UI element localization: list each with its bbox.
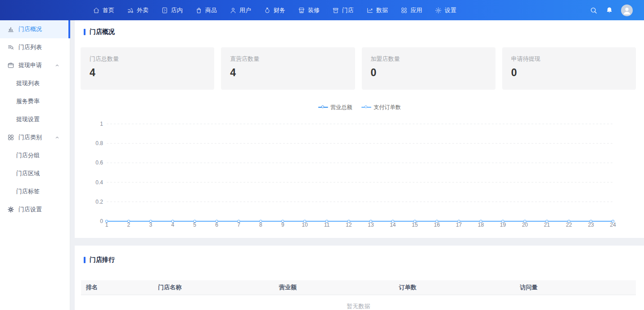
stat-card-direct-stores: 直营店数量4	[221, 47, 355, 90]
decorate-icon	[298, 7, 305, 14]
legend-item[interactable]: 营业总额	[318, 104, 352, 111]
trend-chart-svg: 00.20.40.60.8112345678910111213141516171…	[75, 115, 644, 230]
sidebar-item-withdraw-settings[interactable]: 提现设置	[0, 110, 70, 128]
sidebar-item-store-settings[interactable]: 门店设置	[0, 201, 70, 219]
legend-marker	[318, 107, 328, 108]
sidebar-item-label: 提现申请	[18, 61, 42, 69]
svg-text:12: 12	[346, 222, 352, 228]
stat-card-label: 直营店数量	[230, 55, 346, 63]
main-content: 门店概况 门店总数量4直营店数量4加盟店数量0申请待提现0 营业总额支付订单数 …	[70, 20, 644, 310]
legend-label: 营业总额	[331, 104, 352, 111]
sidebar-item-label: 门店类别	[18, 133, 42, 141]
nav-item-home[interactable]: 首页	[93, 6, 114, 14]
sidebar-item-withdraw[interactable]: 提现申请	[0, 56, 70, 74]
sidebar-item-label: 门店标签	[16, 187, 40, 196]
nav-item-settings[interactable]: 设置	[435, 6, 456, 14]
svg-text:6: 6	[215, 222, 218, 228]
sidebar: 门店概况门店列表提现申请提现列表服务费率提现设置门店类别门店分组门店区域门店标签…	[0, 20, 70, 310]
sidebar-item-service-rate[interactable]: 服务费率	[0, 92, 70, 110]
user-avatar[interactable]	[621, 5, 633, 16]
sidebar-item-label: 服务费率	[16, 97, 40, 105]
svg-text:22: 22	[566, 222, 572, 228]
ranking-panel: 门店排行 排名门店名称营业额订单数访问量 暂无数据	[75, 246, 644, 310]
stat-card-label: 申请待提现	[511, 55, 627, 63]
nav-item-label: 应用	[410, 6, 422, 14]
legend-marker	[361, 107, 371, 108]
nav-item-decorate[interactable]: 装修	[298, 6, 320, 14]
stat-card-value: 4	[90, 67, 205, 79]
legend-item[interactable]: 支付订单数	[361, 104, 401, 111]
table-header-store-name: 门店名称	[153, 283, 274, 292]
search-icon[interactable]	[590, 6, 598, 14]
bell-icon	[605, 6, 613, 14]
grid-icon	[7, 134, 14, 141]
nav-item-apps[interactable]: 应用	[401, 6, 422, 14]
nav-item-store[interactable]: 门店	[332, 6, 354, 14]
logo-area	[0, 0, 70, 20]
overview-section-title: 门店概况	[75, 20, 644, 36]
sidebar-item-label: 门店区域	[16, 169, 40, 178]
sidebar-item-store-tag[interactable]: 门店标签	[0, 182, 70, 201]
top-navbar: 首页外卖店内商品用户财务装修门店数据应用设置	[0, 0, 644, 20]
stat-card-label: 门店总数量	[90, 55, 205, 63]
svg-text:13: 13	[368, 222, 374, 228]
svg-text:3: 3	[149, 222, 152, 228]
nav-item-finance[interactable]: 财务	[264, 6, 285, 14]
list-search-icon	[7, 44, 14, 51]
sidebar-item-withdraw-list[interactable]: 提现列表	[0, 74, 70, 92]
overview-title-text: 门店概况	[90, 28, 115, 36]
nav-item-goods[interactable]: 商品	[195, 6, 217, 14]
trend-chart: 00.20.40.60.8112345678910111213141516171…	[75, 115, 644, 232]
sidebar-item-label: 门店概况	[18, 25, 42, 33]
legend-label: 支付订单数	[374, 104, 401, 111]
sidebar-item-store-group[interactable]: 门店分组	[0, 146, 70, 164]
wallet-icon	[7, 62, 14, 69]
svg-text:7: 7	[237, 222, 240, 228]
svg-text:1: 1	[105, 222, 108, 228]
sidebar-item-category[interactable]: 门店类别	[0, 128, 70, 146]
page-layout: 门店概况门店列表提现申请提现列表服务费率提现设置门店类别门店分组门店区域门店标签…	[0, 20, 644, 310]
stat-card-pending-withdraw: 申请待提现0	[502, 47, 636, 90]
notification-bell-icon[interactable]	[605, 6, 613, 14]
title-accent-bar	[84, 257, 86, 263]
stat-card-label: 加盟店数量	[371, 55, 486, 63]
nav-item-data[interactable]: 数据	[366, 6, 388, 14]
nav-item-takeout[interactable]: 外卖	[127, 6, 149, 14]
storefront-icon	[332, 7, 339, 14]
svg-text:17: 17	[456, 222, 462, 228]
sidebar-item-store-region[interactable]: 门店区域	[0, 164, 70, 182]
svg-text:4: 4	[171, 222, 174, 228]
search-icon	[590, 6, 598, 14]
sidebar-item-label: 提现设置	[16, 115, 40, 123]
stat-card-value: 0	[511, 67, 627, 79]
empty-text: 暂无数据	[347, 302, 370, 310]
svg-text:24: 24	[610, 222, 616, 228]
nav-item-label: 外卖	[137, 6, 149, 14]
svg-text:23: 23	[588, 222, 594, 228]
sidebar-item-store-list[interactable]: 门店列表	[0, 38, 70, 56]
settings-icon	[435, 7, 442, 14]
ranking-empty-row: 暂无数据	[81, 295, 636, 310]
svg-text:0: 0	[100, 218, 103, 224]
nav-item-label: 设置	[445, 6, 456, 14]
table-header-visits: 访问量	[515, 283, 636, 292]
apps-icon	[401, 7, 408, 14]
nav-item-label: 财务	[274, 6, 285, 14]
svg-text:0.6: 0.6	[95, 160, 103, 166]
nav-item-user[interactable]: 用户	[230, 6, 251, 14]
svg-text:10: 10	[302, 222, 308, 228]
sidebar-item-overview[interactable]: 门店概况	[0, 20, 70, 38]
sidebar-item-label: 提现列表	[16, 79, 40, 87]
svg-text:11: 11	[324, 222, 330, 228]
ranking-table: 排名门店名称营业额订单数访问量 暂无数据	[81, 280, 636, 310]
person-icon	[621, 5, 632, 16]
user-icon	[230, 7, 237, 14]
nav-item-label: 店内	[171, 6, 183, 14]
table-header-rank: 排名	[81, 283, 153, 292]
nav-item-instore[interactable]: 店内	[161, 6, 183, 14]
svg-text:0.2: 0.2	[95, 199, 103, 205]
svg-text:20: 20	[522, 222, 528, 228]
nav-item-label: 门店	[342, 6, 354, 14]
stat-card-value: 4	[230, 67, 346, 79]
ranking-section-title: 门店排行	[75, 246, 644, 264]
